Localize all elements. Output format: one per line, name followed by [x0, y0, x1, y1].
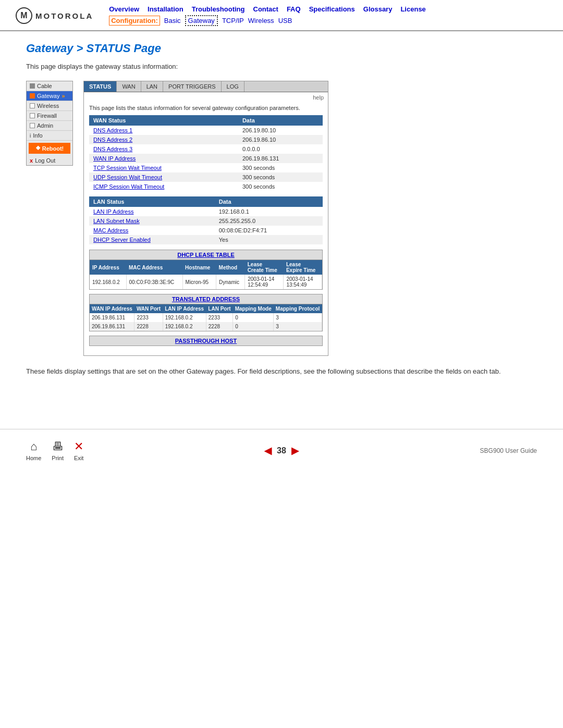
- udp-timeout-value: 300 seconds: [238, 172, 323, 182]
- sidebar-item-gateway[interactable]: Gateway »: [27, 91, 72, 101]
- table-row: ICMP Session Wait Timeout 300 seconds: [89, 182, 323, 191]
- translated-address-title[interactable]: TRANSLATED ADDRESS: [90, 294, 322, 304]
- dhcp-row-mac: 00:C0:F0:3B:3E:9C: [126, 275, 182, 289]
- nav-usb[interactable]: USB: [278, 17, 292, 24]
- trans-proto-1: 3: [274, 313, 322, 322]
- table-row: 206.19.86.131 2228 192.168.0.2 2228 0 3: [90, 322, 322, 331]
- page-description: This page displays the gateway status in…: [26, 63, 537, 70]
- table-row: LAN Subnet Mask 255.255.255.0: [89, 216, 323, 226]
- next-page-button[interactable]: ▶: [291, 445, 299, 456]
- sidebar-label-cable: Cable: [37, 83, 52, 89]
- nav-tcpip[interactable]: TCP/IP: [222, 17, 244, 24]
- icmp-timeout-label[interactable]: ICMP Session Wait Timeout: [89, 182, 238, 191]
- nav-license[interactable]: License: [400, 5, 425, 13]
- wan-dns3-label[interactable]: DNS Address 3: [89, 144, 238, 154]
- wan-dns1-value: 206.19.80.10: [238, 126, 323, 135]
- trans-col-wan-port: WAN Port: [134, 304, 163, 313]
- wan-status-table: WAN Status Data DNS Address 1 206.19.80.…: [89, 115, 323, 191]
- gateway-icon: [30, 93, 35, 98]
- tcp-timeout-label[interactable]: TCP Session Wait Timeout: [89, 163, 238, 172]
- home-button[interactable]: ⌂ Home: [26, 440, 41, 461]
- guide-label: SBG900 User Guide: [480, 447, 537, 454]
- nav-overview[interactable]: Overview: [109, 5, 139, 13]
- nav-installation[interactable]: Installation: [148, 5, 183, 13]
- table-row: DNS Address 1 206.19.80.10: [89, 126, 323, 135]
- motorola-wordmark: MOTOROLA: [35, 11, 93, 20]
- sidebar-item-admin[interactable]: Admin: [27, 121, 72, 131]
- footer-nav: ◀ 38 ▶: [264, 445, 299, 456]
- page-number: 38: [277, 446, 286, 455]
- table-row: TCP Session Wait Timeout 300 seconds: [89, 163, 323, 172]
- nav-glossary[interactable]: Glossary: [363, 5, 393, 13]
- dhcp-row-expire: 2003-01-1413:54:49: [284, 275, 322, 289]
- sidebar-label-admin: Admin: [37, 122, 53, 129]
- tab-lan[interactable]: LAN: [141, 81, 163, 92]
- logout-button[interactable]: x Log Out: [27, 156, 72, 165]
- dhcp-lease-title[interactable]: DHCP LEASE TABLE: [90, 250, 322, 260]
- lan-ip-label[interactable]: LAN IP Address: [89, 207, 215, 216]
- top-nav: Overview Installation Troubleshooting Co…: [109, 5, 426, 13]
- mac-label[interactable]: MAC Address: [89, 226, 215, 235]
- nav-specifications[interactable]: Specifications: [309, 5, 355, 13]
- nav-wireless[interactable]: Wireless: [248, 17, 274, 24]
- nav-troubleshooting[interactable]: Troubleshooting: [192, 5, 245, 13]
- prev-page-button[interactable]: ◀: [264, 445, 272, 456]
- lan-subnet-value: 255.255.255.0: [215, 216, 323, 226]
- nav-contact[interactable]: Contact: [253, 5, 278, 13]
- lan-subnet-label[interactable]: LAN Subnet Mask: [89, 216, 215, 226]
- udp-timeout-label[interactable]: UDP Session Wait Timeout: [89, 172, 238, 182]
- table-row: UDP Session Wait Timeout 300 seconds: [89, 172, 323, 182]
- trans-mode-2: 0: [233, 322, 274, 331]
- trans-lan-port-2: 2228: [206, 322, 232, 331]
- sidebar-item-cable[interactable]: Cable: [27, 81, 72, 91]
- sidebar-item-info[interactable]: i Info: [27, 131, 72, 141]
- wan-ip-value: 206.19.86.131: [238, 154, 323, 163]
- tab-log[interactable]: LOG: [222, 81, 244, 92]
- dhcp-col-create: LeaseCreate Time: [245, 260, 284, 275]
- motorola-icon: M: [16, 7, 32, 24]
- table-row: WAN IP Address 206.19.86.131: [89, 154, 323, 163]
- nav-basic[interactable]: Basic: [164, 17, 181, 24]
- trans-col-lan-ip: LAN IP Address: [163, 304, 206, 313]
- dhcp-row-method: Dynamic: [216, 275, 245, 289]
- tab-wan[interactable]: WAN: [117, 81, 141, 92]
- tab-status[interactable]: STATUS: [84, 81, 117, 92]
- trans-col-mapping-proto: Mapping Protocol: [274, 304, 322, 313]
- translated-address-table: WAN IP Address WAN Port LAN IP Address L…: [90, 304, 322, 331]
- help-link[interactable]: help: [84, 92, 328, 103]
- dhcp-col-ip: IP Address: [90, 260, 126, 275]
- exit-button[interactable]: ✕ Exit: [74, 440, 83, 461]
- trans-mode-1: 0: [233, 313, 274, 322]
- wireless-icon: [30, 103, 35, 108]
- sidebar-item-wireless[interactable]: Wireless: [27, 101, 72, 111]
- wan-dns1-label[interactable]: DNS Address 1: [89, 126, 238, 135]
- home-label: Home: [26, 455, 41, 461]
- trans-col-mapping-mode: Mapping Mode: [233, 304, 274, 313]
- wan-dns2-label[interactable]: DNS Address 2: [89, 135, 238, 144]
- wan-ip-label[interactable]: WAN IP Address: [89, 154, 238, 163]
- logo-area: M MOTOROLA: [16, 7, 93, 24]
- dhcp-enabled-label[interactable]: DHCP Server Enabled: [89, 235, 215, 244]
- table-row: MAC Address 00:08:0E:D2:F4:71: [89, 226, 323, 235]
- nav-gateway[interactable]: Gateway: [185, 15, 218, 26]
- trans-wan-ip-1: 206.19.86.131: [90, 313, 134, 322]
- nav-faq[interactable]: FAQ: [287, 5, 301, 13]
- icmp-timeout-value: 300 seconds: [238, 182, 323, 191]
- print-button[interactable]: 🖶 Print: [52, 440, 64, 461]
- exit-label: Exit: [74, 455, 83, 461]
- trans-col-lan-port: LAN Port: [206, 304, 232, 313]
- passthrough-title[interactable]: PASSTHROUGH HOST: [90, 336, 322, 346]
- trans-lan-port-1: 2233: [206, 313, 232, 322]
- dhcp-row-hostname: Micron-95: [182, 275, 216, 289]
- trans-col-wan-ip: WAN IP Address: [90, 304, 134, 313]
- lan-status-table: LAN Status Data LAN IP Address 192.168.0…: [89, 196, 323, 244]
- dhcp-lease-section: DHCP LEASE TABLE IP Address MAC Address …: [89, 250, 323, 290]
- dhcp-col-method: Method: [216, 260, 245, 275]
- trans-lan-ip-1: 192.168.0.2: [163, 313, 206, 322]
- trans-proto-2: 3: [274, 322, 322, 331]
- table-row: DNS Address 2 206.19.86.10: [89, 135, 323, 144]
- sidebar-item-firewall[interactable]: Firewall: [27, 111, 72, 121]
- reboot-button[interactable]: ❖ Reboot!: [29, 143, 70, 154]
- tab-port-triggers[interactable]: PORT TRIGGERS: [163, 81, 221, 92]
- dhcp-enabled-value: Yes: [215, 235, 323, 244]
